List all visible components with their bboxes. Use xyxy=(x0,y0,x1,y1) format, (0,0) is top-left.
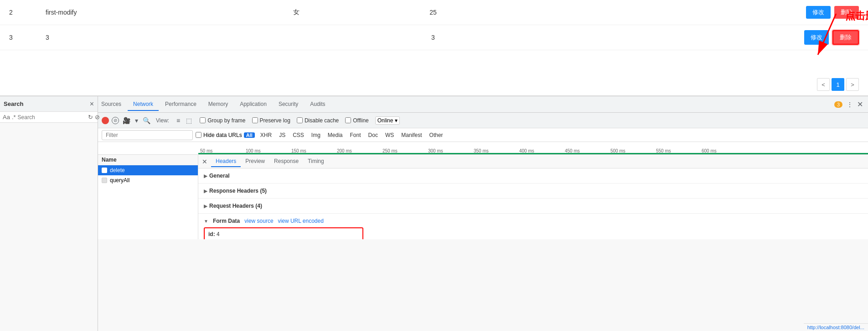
reload-icon[interactable]: ↻ xyxy=(88,114,93,121)
preserve-log-label: Preserve log xyxy=(260,117,290,124)
more-icon[interactable]: ⋮ xyxy=(845,100,854,109)
video-icon[interactable]: 🎥 xyxy=(122,116,131,125)
disable-cache-checkbox[interactable]: Disable cache xyxy=(297,117,339,124)
form-data-header[interactable]: Form Data view source view URL encoded xyxy=(204,216,863,226)
pagination: < 1 > xyxy=(817,78,859,91)
preserve-log-checkbox[interactable]: Preserve log xyxy=(252,117,290,124)
row-actions: 修改 删除 xyxy=(804,30,859,45)
delete-button-2[interactable]: 删除 xyxy=(832,30,859,45)
filter-other[interactable]: Other xyxy=(427,131,446,139)
group-by-frame-checkbox[interactable]: Group by frame xyxy=(200,117,245,124)
close-devtools-button[interactable]: ✕ xyxy=(855,100,864,109)
view-label: View: xyxy=(156,117,169,124)
form-data-content: id: 4 xyxy=(204,227,363,239)
tab-audits[interactable]: Audits xyxy=(305,98,331,111)
hide-data-urls-input[interactable] xyxy=(196,132,202,138)
request-color-queryall xyxy=(102,178,107,183)
filter-ws[interactable]: WS xyxy=(382,131,397,139)
offline-checkbox[interactable]: Offline xyxy=(345,117,368,124)
filter-media[interactable]: Media xyxy=(325,131,346,139)
network-toolbar: ⊘ 🎥 ▾ 🔍 View: ≡ ⬚ Group by frame Pre xyxy=(98,113,868,128)
filter-css[interactable]: CSS xyxy=(290,131,307,139)
group-by-frame-input[interactable] xyxy=(200,117,206,123)
filter-input[interactable] xyxy=(102,130,193,140)
view-source-link[interactable]: view source xyxy=(244,218,273,224)
cell-age: 3 xyxy=(365,34,501,41)
view-url-encoded-link[interactable]: view URL encoded xyxy=(278,218,324,224)
offline-input[interactable] xyxy=(345,117,351,123)
filter-font[interactable]: Font xyxy=(347,131,364,139)
next-page-button[interactable]: > xyxy=(846,78,859,91)
request-name-queryall: queryAll xyxy=(110,177,129,184)
tab-sources[interactable]: Sources xyxy=(96,98,127,111)
filter-doc[interactable]: Doc xyxy=(366,131,381,139)
modify-button[interactable]: 修改 xyxy=(806,6,831,19)
details-tab-response[interactable]: Response xyxy=(269,156,303,167)
preserve-log-input[interactable] xyxy=(252,117,258,123)
timeline-bar: 50 ms 100 ms 150 ms 200 ms 250 ms 300 ms… xyxy=(98,142,868,155)
form-data-row-id: id: 4 xyxy=(208,230,359,238)
form-data-value-id: 4 xyxy=(217,231,220,237)
group-by-frame-label: Group by frame xyxy=(207,117,245,124)
request-headers-title[interactable]: Request Headers (4) xyxy=(204,201,863,210)
devtools-tab-bar: ▶ ▢ Elements Console Sources Network Per… xyxy=(0,96,868,113)
requests-list: Name delete queryAll xyxy=(98,155,198,239)
online-select[interactable]: Online ▾ xyxy=(375,116,400,125)
request-item-delete[interactable]: delete xyxy=(98,165,198,175)
general-section: General xyxy=(198,168,868,184)
devtools-panel: ▶ ▢ Elements Console Sources Network Per… xyxy=(0,96,868,331)
delete-button[interactable]: 删除 xyxy=(834,6,859,19)
prev-page-button[interactable]: < xyxy=(817,78,830,91)
tab-security[interactable]: Security xyxy=(273,98,304,111)
modify-button-2[interactable]: 修改 xyxy=(804,30,829,45)
tab-memory[interactable]: Memory xyxy=(203,98,233,111)
filter-xhr[interactable]: XHR xyxy=(258,131,274,139)
request-item-queryall[interactable]: queryAll xyxy=(98,175,198,185)
hide-data-urls-checkbox[interactable]: Hide data URLs All xyxy=(196,132,255,138)
clear-search-icon[interactable]: ⊘ xyxy=(95,114,100,121)
stop-button[interactable]: ⊘ xyxy=(112,117,119,124)
details-close-button[interactable]: ✕ xyxy=(202,158,207,165)
search-header: Search × xyxy=(0,96,98,112)
tab-network[interactable]: Network xyxy=(128,98,159,111)
response-headers-section: Response Headers (5) xyxy=(198,184,868,199)
details-tab-headers[interactable]: Headers xyxy=(211,156,241,167)
details-tab-timing[interactable]: Timing xyxy=(303,156,329,167)
search-close-button[interactable]: × xyxy=(90,100,94,108)
filter-manifest[interactable]: Manifest xyxy=(398,131,424,139)
waterfall-view-icon[interactable]: ⬚ xyxy=(184,116,193,125)
form-data-key-id: id: xyxy=(208,231,215,237)
form-data-title: Form Data xyxy=(213,218,240,224)
online-dropdown-icon: ▾ xyxy=(395,117,398,124)
current-page-button[interactable]: 1 xyxy=(832,78,844,91)
record-button[interactable] xyxy=(102,117,109,124)
aa-label: Aa xyxy=(3,114,10,121)
search-title: Search xyxy=(4,100,90,107)
tab-performance[interactable]: Performance xyxy=(160,98,202,111)
search-sidebar: Search × Aa .* ↻ ⊘ xyxy=(0,96,98,331)
tab-application[interactable]: Application xyxy=(234,98,272,111)
response-headers-title[interactable]: Response Headers (5) xyxy=(204,186,863,195)
row-actions: 修改 删除 xyxy=(806,6,859,19)
cell-gender: 女 xyxy=(228,8,365,16)
filter-js[interactable]: JS xyxy=(276,131,288,139)
search-input[interactable] xyxy=(18,114,86,121)
disable-cache-input[interactable] xyxy=(297,117,303,123)
filter-img[interactable]: Img xyxy=(309,131,323,139)
list-view-icon[interactable]: ≡ xyxy=(174,116,183,125)
filter-types: XHR JS CSS Img Media Font Doc WS Manifes… xyxy=(258,131,446,139)
all-badge: All xyxy=(244,132,255,138)
details-tab-preview[interactable]: Preview xyxy=(241,156,269,167)
cell-name: 3 xyxy=(46,34,228,41)
cell-name: first-modify xyxy=(46,9,228,16)
form-data-section: Form Data view source view URL encoded i… xyxy=(198,214,868,239)
search-icon[interactable]: 🔍 xyxy=(142,116,151,125)
timeline-green-bar xyxy=(198,153,868,154)
general-title[interactable]: General xyxy=(204,171,863,180)
table-row: 2 first-modify 女 25 修改 删除 xyxy=(0,0,868,25)
cell-age: 25 xyxy=(365,9,501,16)
filter-icon[interactable]: ▾ xyxy=(134,116,139,125)
requests-header: Name xyxy=(98,155,198,165)
request-name-delete: delete xyxy=(110,167,125,173)
details-tab-bar: ✕ Headers Preview Response Timing xyxy=(198,155,868,168)
